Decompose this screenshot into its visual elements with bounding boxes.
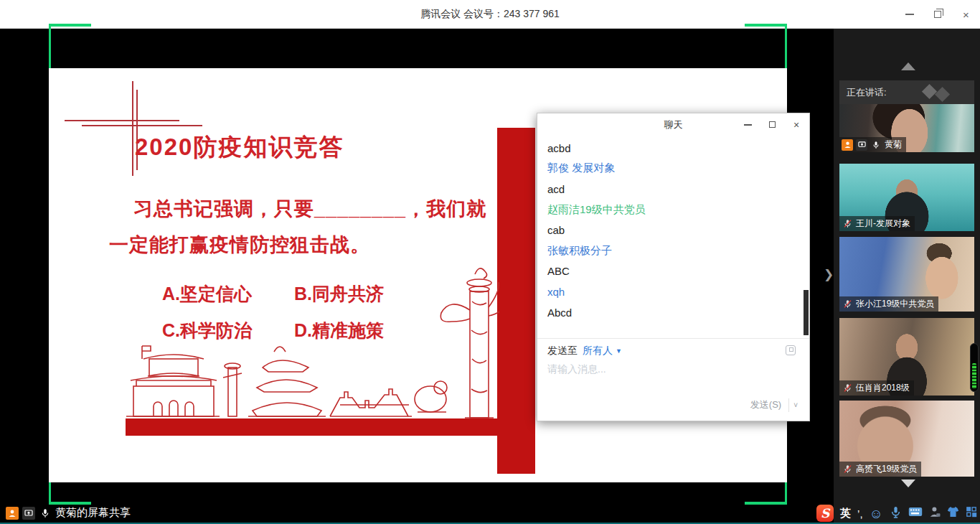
send-button[interactable]: 发送(S) <box>743 396 788 414</box>
slide-title: 2020防疫知识竞答 <box>135 131 344 164</box>
participant-name: 高赟飞19级党员 <box>856 463 917 475</box>
chat-message: cab <box>547 220 796 240</box>
muted-mic-icon <box>842 383 853 394</box>
chat-window: 聊天 × acbd 郭俊 发展对象 acd 赵雨洁19级中共党员 cab 张敏积… <box>537 113 810 421</box>
ime-account-icon[interactable] <box>929 506 941 520</box>
host-icon <box>842 139 853 151</box>
share-border-corner-bl <box>49 502 91 505</box>
meeting-title: 腾讯会议 会议号：243 377 961 <box>0 0 980 29</box>
participant-name: 黄菊 <box>885 139 902 151</box>
app-titlebar: 腾讯会议 会议号：243 377 961 × <box>0 0 980 29</box>
send-to-selector[interactable]: 所有人 <box>583 345 613 357</box>
chat-sender: xqh <box>547 281 796 302</box>
chat-message: Abcd <box>547 302 796 323</box>
mic-icon <box>870 139 882 151</box>
share-status-bar: 黄菊的屏幕共享 <box>6 506 131 520</box>
ime-keyboard-icon[interactable] <box>908 506 923 520</box>
participant-name: 伍肖肖2018级 <box>856 382 910 394</box>
send-to-label: 发送至 <box>547 345 578 357</box>
muted-mic-icon <box>842 218 853 230</box>
audio-level-meter <box>970 343 979 392</box>
muted-mic-icon <box>842 299 853 310</box>
slide-landmark-artwork <box>121 258 499 420</box>
participant-name: 张小江19级中共党员 <box>856 298 934 310</box>
chat-minimize-button[interactable] <box>742 119 753 131</box>
restore-button[interactable] <box>928 5 947 24</box>
emoji-icon[interactable]: ☺ <box>870 507 883 520</box>
speaking-indicator-panel: 正在讲话: <box>839 80 974 104</box>
chat-sender: 赵雨洁19级中共党员 <box>547 200 796 220</box>
share-border-corner-tl <box>49 24 91 27</box>
chat-close-button[interactable]: × <box>791 119 802 131</box>
chat-sender: 郭俊 发展对象 <box>547 159 796 179</box>
send-options-caret[interactable]: ˅ <box>788 398 802 412</box>
slide-question-line1: 习总书记强调，只要________，我们就 <box>133 196 486 222</box>
share-border-corner-br <box>745 502 787 505</box>
chat-input[interactable] <box>547 363 784 375</box>
scroll-up-arrow[interactable] <box>901 62 915 70</box>
popout-icon[interactable] <box>786 345 796 355</box>
video-tile[interactable]: 伍肖肖2018级 <box>839 318 974 396</box>
screen-share-icon <box>856 139 867 151</box>
scroll-down-arrow[interactable] <box>901 479 915 487</box>
ime-toolbox-icon[interactable] <box>966 506 977 520</box>
share-border-corner-tr-v <box>785 24 787 68</box>
chevron-down-icon[interactable]: ▼ <box>616 347 622 355</box>
share-status-label: 黄菊的屏幕共享 <box>55 506 131 520</box>
slide-red-vertical-bar <box>497 128 535 474</box>
mic-icon <box>39 507 52 520</box>
ime-language-toggle[interactable]: 英 <box>840 507 851 520</box>
slide-red-bottom-bar <box>126 418 499 436</box>
sogou-logo-icon[interactable]: S <box>816 505 834 522</box>
ime-skin-icon[interactable] <box>947 506 959 520</box>
muted-mic-icon <box>842 464 853 475</box>
speaking-label: 正在讲话: <box>847 86 887 99</box>
participant-name: 王川-发展对象 <box>856 217 910 230</box>
close-button[interactable]: × <box>956 5 975 24</box>
video-tile[interactable]: 张小江19级中共党员 <box>839 237 974 312</box>
minimize-button[interactable] <box>900 5 919 24</box>
chat-message: acbd <box>547 138 796 159</box>
video-tile[interactable]: 黄菊 <box>839 104 974 152</box>
ime-mic-icon[interactable] <box>890 506 902 521</box>
diamond-decoration <box>935 87 950 102</box>
sidebar-collapse-chevron[interactable]: ❯ <box>824 267 834 282</box>
chat-scrollbar[interactable] <box>804 290 809 335</box>
chat-message-list[interactable]: acbd 郭俊 发展对象 acd 赵雨洁19级中共党员 cab 张敏积极分子 A… <box>547 138 796 336</box>
screen-share-icon <box>22 507 35 520</box>
chat-titlebar[interactable]: 聊天 × <box>537 113 809 136</box>
share-border-corner-tr <box>745 24 787 27</box>
participants-sidebar: 正在讲话: 黄菊 王川-发展对象 <box>834 29 980 524</box>
slide-cross-decoration <box>132 81 133 176</box>
video-tile[interactable]: 高赟飞19级党员 <box>839 401 974 477</box>
chat-message: acd <box>547 179 796 200</box>
diamond-decoration <box>922 84 937 99</box>
share-border-corner-tl-v <box>49 24 51 68</box>
ime-punctuation-icon[interactable]: ’, <box>857 507 863 520</box>
chat-message: ABC <box>547 261 796 282</box>
host-icon <box>6 507 19 520</box>
video-tile[interactable]: 王川-发展对象 <box>839 164 974 231</box>
chat-sender: 张敏积极分子 <box>547 240 796 261</box>
chat-maximize-button[interactable] <box>766 119 778 131</box>
slide-question-line2: 一定能打赢疫情防控狙击战。 <box>109 232 370 258</box>
ime-toolbar: S 英 ’, ☺ <box>816 504 977 523</box>
